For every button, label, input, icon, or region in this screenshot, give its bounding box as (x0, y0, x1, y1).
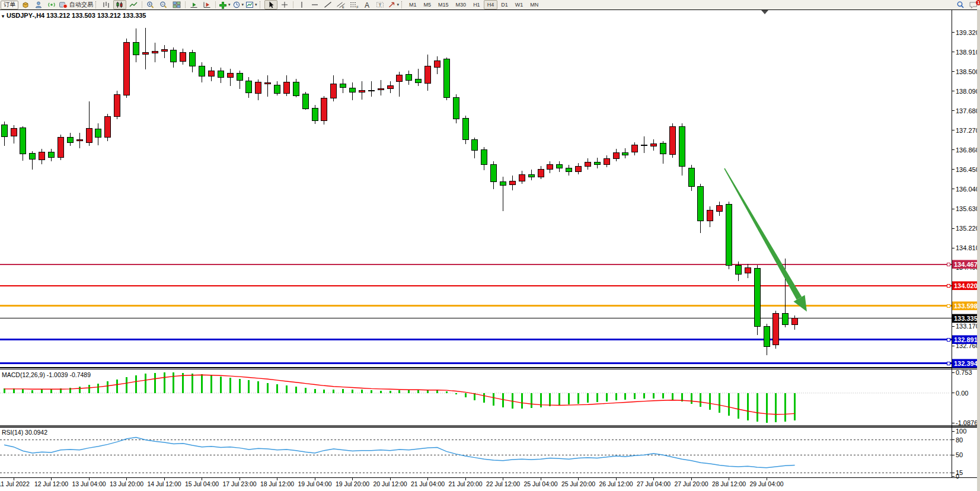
svg-text:25 Jul 04:00: 25 Jul 04:00 (523, 480, 557, 487)
svg-text:135.630: 135.630 (956, 205, 979, 212)
chart-title: ▾USDJPY-,H4 133.212 133.503 133.212 133.… (2, 12, 146, 19)
price-tag-132.394[interactable]: 132.394 (952, 359, 979, 368)
svg-text:27 Jul 20:00: 27 Jul 20:00 (674, 480, 708, 487)
zoom-in-button[interactable] (145, 1, 157, 9)
svg-text:133.170: 133.170 (956, 323, 979, 330)
main-toolbar: 订单自动交易▾▾▾EFAT▾M1M5M15M30H1H4D1W1MN1 (0, 0, 980, 9)
mt4-terminal-window: 订单自动交易▾▾▾EFAT▾M1M5M15M30H1H4D1W1MN1 ▾USD… (0, 0, 980, 491)
bar-chart-type-button[interactable] (100, 1, 112, 9)
svg-text:11 Jul 2022: 11 Jul 2022 (0, 480, 30, 487)
svg-text:138.910: 138.910 (956, 49, 979, 56)
notifications-icon[interactable]: 1 (968, 1, 979, 9)
search-icon[interactable] (955, 1, 966, 9)
autotrading-button[interactable]: 自动交易 (59, 1, 93, 9)
svg-text:0: 0 (956, 473, 959, 480)
timeframe-button-m15[interactable]: M15 (435, 0, 452, 9)
svg-text:12 Jul 12:00: 12 Jul 12:00 (34, 480, 68, 487)
svg-text:20 Jul 12:00: 20 Jul 12:00 (373, 480, 407, 487)
hline-drag-handle[interactable] (947, 304, 950, 307)
svg-text:18 Jul 12:00: 18 Jul 12:00 (260, 480, 294, 487)
price-tag-134.467[interactable]: 134.467 (952, 260, 979, 269)
timeframe-button-m30[interactable]: M30 (452, 0, 470, 9)
macd-indicator-label: MACD(12,26,9) -1.0039 -0.7489 (2, 371, 91, 378)
market-watch-icon[interactable] (20, 1, 31, 9)
svg-text:-1.0876: -1.0876 (956, 419, 978, 426)
auto-scroll-button[interactable] (188, 1, 200, 9)
svg-text:21 Jul 04:00: 21 Jul 04:00 (411, 480, 445, 487)
timeframe-button-d1[interactable]: D1 (497, 0, 512, 9)
trendline-button[interactable] (322, 1, 334, 9)
svg-text:135.220: 135.220 (956, 225, 979, 232)
svg-text:25 Jul 20:00: 25 Jul 20:00 (561, 480, 595, 487)
price-tag-134.020[interactable]: 134.020 (952, 281, 979, 290)
tile-windows-button[interactable] (171, 1, 183, 9)
crosshair-button[interactable] (279, 1, 291, 9)
horizontal-line-button[interactable] (309, 1, 321, 9)
svg-text:0.00: 0.00 (956, 390, 968, 397)
svg-text:29 Jul 04:00: 29 Jul 04:00 (749, 480, 783, 487)
toolbar-grip (260, 1, 262, 8)
new-order-button[interactable]: 订单 (1, 1, 18, 9)
svg-text:27 Jul 04:00: 27 Jul 04:00 (637, 480, 671, 487)
arrows-button[interactable]: ▾ (387, 1, 400, 9)
svg-text:132.891: 132.891 (954, 336, 978, 343)
candlestick-type-button[interactable] (113, 0, 126, 9)
svg-text:19 Jul 04:00: 19 Jul 04:00 (298, 480, 331, 487)
svg-text:137.680: 137.680 (956, 107, 979, 114)
price-tag-133.598[interactable]: 133.598 (952, 301, 979, 310)
timeframe-button-m5[interactable]: M5 (420, 0, 435, 9)
equidistant-channel-button[interactable]: E (335, 1, 347, 9)
fibonacci-button[interactable]: F (348, 1, 360, 9)
hline-drag-handle[interactable] (947, 263, 950, 266)
svg-text:F: F (356, 5, 359, 9)
svg-text:21 Jul 20:00: 21 Jul 20:00 (448, 480, 482, 487)
toolbar-separator (185, 1, 186, 8)
chart-shift-button[interactable] (201, 1, 213, 9)
chart-title-text: USDJPY-,H4 133.212 133.503 133.212 133.3… (7, 12, 146, 19)
svg-text:136.040: 136.040 (956, 186, 979, 193)
notification-badge: 1 (976, 0, 980, 5)
signals-icon[interactable] (46, 1, 58, 9)
hline-drag-handle[interactable] (947, 338, 950, 341)
svg-text:136.450: 136.450 (956, 166, 979, 173)
svg-text:139.320: 139.320 (956, 29, 979, 36)
svg-text:138.090: 138.090 (956, 88, 979, 95)
svg-text:133.598: 133.598 (954, 302, 978, 310)
timeframe-button-h4[interactable]: H4 (484, 0, 498, 9)
indicators-button[interactable]: ▾ (218, 1, 231, 9)
timeframe-button-m1[interactable]: M1 (406, 0, 420, 9)
timeframe-button-h1[interactable]: H1 (470, 0, 484, 9)
svg-text:22 Jul 12:00: 22 Jul 12:00 (486, 480, 520, 487)
periods-button[interactable]: ▾ (232, 1, 244, 9)
svg-text:E: E (342, 5, 344, 9)
toolbar-separator (215, 1, 216, 8)
vertical-line-button[interactable] (296, 1, 308, 9)
chart-canvas[interactable]: 139.320138.910138.500138.090137.680137.2… (0, 9, 980, 491)
svg-text:17 Jul 23:00: 17 Jul 23:00 (222, 480, 256, 487)
profile-icon[interactable] (33, 1, 44, 9)
svg-text:A: A (365, 1, 369, 9)
svg-text:19 Jul 20:00: 19 Jul 20:00 (336, 480, 369, 487)
line-chart-type-button[interactable] (127, 1, 139, 9)
templates-button[interactable]: ▾ (245, 1, 257, 9)
svg-text:0.753: 0.753 (956, 369, 972, 376)
text-button[interactable]: A (361, 1, 373, 9)
svg-text:T: T (378, 2, 381, 8)
hline-drag-handle[interactable] (947, 362, 950, 365)
timeframe-button-mn[interactable]: MN (526, 0, 542, 9)
bid-price-tag[interactable]: 133.335 (952, 314, 979, 323)
svg-text:13 Jul 20:00: 13 Jul 20:00 (110, 480, 143, 487)
label-button[interactable]: T (374, 1, 386, 9)
toolbar-grip (401, 1, 404, 8)
svg-text:80: 80 (956, 436, 963, 444)
price-tag-132.891[interactable]: 132.891 (952, 335, 979, 344)
zoom-out-button[interactable] (158, 1, 170, 9)
hline-drag-handle[interactable] (947, 284, 950, 287)
timeframe-button-w1[interactable]: W1 (512, 0, 527, 9)
svg-text:138.500: 138.500 (956, 68, 979, 75)
toolbar-grip (95, 1, 98, 8)
svg-text:134.467: 134.467 (954, 261, 978, 268)
cursor-button[interactable] (264, 0, 277, 9)
window-edge-scrollbar[interactable] (977, 9, 980, 491)
svg-text:100: 100 (956, 428, 966, 435)
